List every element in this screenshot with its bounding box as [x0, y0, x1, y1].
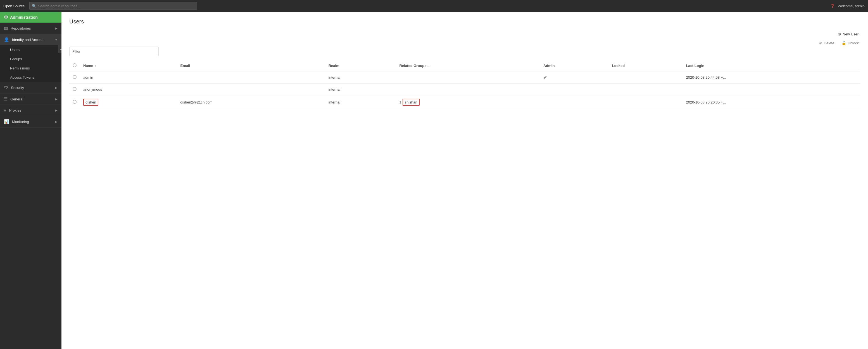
cell-last-login — [682, 84, 860, 95]
chevron-right-icon: ▶ — [55, 86, 58, 89]
sidebar-section-identity: 👤 Identity and Access ▼ Users Groups Per… — [0, 34, 61, 82]
row-checkbox[interactable] — [73, 100, 76, 104]
table-row: anonymousinternal — [69, 84, 860, 95]
cell-realm: internal — [325, 95, 396, 109]
sidebar-item-label: Identity and Access — [12, 38, 52, 42]
sidebar-section-monitoring: 📊 Monitoring ▶ — [0, 116, 61, 128]
new-user-label: New User — [843, 32, 859, 36]
col-related-groups: Related Groups ... — [396, 61, 540, 71]
col-locked: Locked — [609, 61, 683, 71]
unlock-button[interactable]: 🔓 Unlock — [840, 40, 860, 46]
shield-icon: 🛡 — [4, 85, 8, 90]
cell-admin — [540, 84, 609, 95]
row-checkbox[interactable] — [73, 87, 76, 91]
cell-name[interactable]: dishen — [80, 95, 177, 109]
monitoring-icon: 📊 — [4, 119, 9, 124]
new-user-button[interactable]: ⊕ New User — [836, 30, 860, 38]
sidebar-item-label: General — [10, 97, 53, 101]
sidebar-section-repositories: ▤ Repositories ▶ — [0, 23, 61, 34]
main-toolbar: ⊕ New User — [69, 30, 860, 38]
col-name[interactable]: Name ↑ — [80, 61, 177, 71]
table-row: admininternal✔2020-10-08 20:44:58 +... — [69, 71, 860, 84]
groups-count: 1 — [400, 100, 401, 104]
content-area: Users ⊕ New User ⊗ Delete 🔓 Unlock — [61, 12, 868, 349]
gear-icon: ⚙ — [4, 14, 8, 20]
sidebar-section-security: 🛡 Security ▶ — [0, 82, 61, 94]
sidebar-subitem-access-tokens[interactable]: Access Tokens — [0, 73, 61, 82]
sidebar-subitem-users[interactable]: Users — [0, 45, 61, 55]
sidebar-section-general: ☰ General ▶ — [0, 94, 61, 105]
repositories-icon: ▤ — [4, 26, 8, 31]
cell-related-groups: 1shishan — [396, 95, 540, 109]
admin-check-icon: ✔ — [544, 75, 547, 80]
sidebar-item-identity[interactable]: 👤 Identity and Access ▼ — [0, 34, 61, 45]
sidebar-item-label: Security — [11, 85, 53, 90]
col-email: Email — [177, 61, 325, 71]
help-icon[interactable]: ❓ — [830, 4, 835, 8]
table-row: dishendishen2@21cn.cominternal1shishan20… — [69, 95, 860, 109]
cell-locked — [609, 95, 683, 109]
delete-icon: ⊗ — [819, 41, 823, 45]
sidebar-section-proxies: ≡ Proxies ▶ — [0, 105, 61, 116]
cell-name[interactable]: anonymous — [80, 84, 177, 95]
search-bar[interactable]: 🔍 — [29, 2, 197, 10]
col-admin: Admin — [540, 61, 609, 71]
cell-admin: ✔ — [540, 71, 609, 84]
topbar: Open Source 🔍 ❓ Welcome, admin — [0, 0, 868, 12]
chevron-right-icon: ▶ — [55, 109, 58, 112]
cell-last-login: 2020-10-08 20:44:58 +... — [682, 71, 860, 84]
row-checkbox[interactable] — [73, 75, 76, 79]
cell-email — [177, 84, 325, 95]
chevron-right-icon: ▶ — [55, 27, 58, 30]
sidebar-subitem-groups[interactable]: Groups — [0, 55, 61, 64]
sidebar-item-general[interactable]: ☰ General ▶ — [0, 94, 61, 105]
chevron-right-icon: ▶ — [55, 98, 58, 101]
sidebar-subitem-permissions[interactable]: Permissions — [0, 64, 61, 73]
sidebar-header[interactable]: ⚙ Administration — [0, 12, 61, 23]
welcome-text: Welcome, admin — [838, 4, 865, 8]
cell-realm: internal — [325, 84, 396, 95]
filter-input[interactable] — [69, 46, 159, 56]
highlighted-group: shishan — [403, 99, 420, 106]
page-title: Users — [69, 19, 860, 25]
sidebar-item-proxies[interactable]: ≡ Proxies ▶ — [0, 105, 61, 116]
search-input[interactable] — [38, 4, 194, 8]
filter-row — [69, 46, 860, 56]
chevron-down-icon: ▼ — [55, 38, 58, 41]
identity-submenu: Users Groups Permissions Access Tokens — [0, 45, 61, 82]
cell-locked — [609, 71, 683, 84]
topbar-right: ❓ Welcome, admin — [830, 4, 865, 8]
proxies-icon: ≡ — [4, 108, 6, 113]
sidebar: ⚙ Administration ◀ ▤ Repositories ▶ 👤 Id… — [0, 12, 61, 349]
general-icon: ☰ — [4, 97, 7, 102]
cell-email: dishen2@21cn.com — [177, 95, 325, 109]
table-body: admininternal✔2020-10-08 20:44:58 +...an… — [69, 71, 860, 109]
action-toolbar: ⊗ Delete 🔓 Unlock — [69, 40, 860, 46]
col-name-label: Name — [83, 64, 93, 68]
sidebar-admin-label: Administration — [10, 15, 38, 20]
chevron-right-icon: ▶ — [55, 120, 58, 123]
cell-email — [177, 71, 325, 84]
col-last-login: Last Login — [682, 61, 860, 71]
sidebar-item-label: Proxies — [9, 108, 53, 112]
sidebar-item-monitoring[interactable]: 📊 Monitoring ▶ — [0, 116, 61, 127]
search-icon: 🔍 — [32, 4, 36, 8]
col-realm: Realm — [325, 61, 396, 71]
unlock-icon: 🔓 — [841, 41, 846, 45]
sidebar-item-security[interactable]: 🛡 Security ▶ — [0, 82, 61, 93]
sidebar-item-label: Repositories — [11, 26, 53, 30]
sidebar-collapse-button[interactable]: ◀ — [58, 45, 61, 53]
header-checkbox[interactable] — [73, 63, 76, 67]
cell-last-login: 2020-10-08 20:20:35 +... — [682, 95, 860, 109]
sidebar-item-repositories[interactable]: ▤ Repositories ▶ — [0, 23, 61, 34]
col-select — [69, 61, 80, 71]
users-table: Name ↑ Email Realm Related Groups ... Ad… — [69, 61, 860, 109]
delete-button[interactable]: ⊗ Delete — [818, 40, 836, 46]
cell-related-groups — [396, 71, 540, 84]
cell-realm: internal — [325, 71, 396, 84]
user-icon: 👤 — [4, 37, 9, 42]
app-logo: Open Source — [3, 4, 25, 8]
cell-locked — [609, 84, 683, 95]
cell-name[interactable]: admin — [80, 71, 177, 84]
plus-circle-icon: ⊕ — [838, 32, 841, 37]
